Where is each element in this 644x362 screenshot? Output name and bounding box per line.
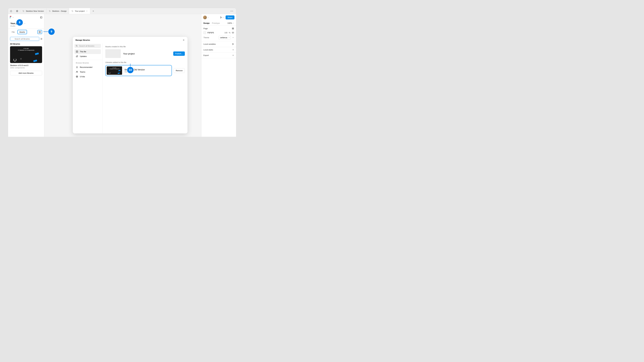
book-icon xyxy=(76,50,78,53)
page-section: Page F5F5F5 100 % Theme xyxy=(202,26,236,41)
publish-button[interactable]: Publish... xyxy=(173,51,185,56)
globe-icon xyxy=(76,75,78,78)
visibility-icon[interactable] xyxy=(232,31,234,34)
local-styles-section: Local styles xyxy=(202,47,236,53)
modal-sidebar: Search all libraries This file Updates B… xyxy=(73,43,103,133)
modal-content: Assets created in this file Your project… xyxy=(103,43,188,133)
svg-rect-10 xyxy=(233,28,234,28)
right-tabs: Design Prototype 100% xyxy=(202,21,236,26)
library-icon[interactable] xyxy=(38,30,42,34)
globe-icon[interactable] xyxy=(14,10,20,12)
svg-rect-11 xyxy=(232,29,233,29)
style-icon[interactable] xyxy=(232,27,234,30)
svg-point-19 xyxy=(77,71,78,72)
svg-point-8 xyxy=(41,39,41,39)
lightbulb-icon xyxy=(76,66,78,68)
search-wrap xyxy=(10,37,42,41)
asset-row: Your project Publish... xyxy=(105,49,185,58)
tab-bar-left xyxy=(8,8,20,14)
nav-teams[interactable]: Teams xyxy=(74,69,101,74)
tab-label: Skeleton - Design xyxy=(52,10,67,12)
assets-created-label: Assets created in this file xyxy=(105,45,185,48)
right-panel: Share Design Prototype 100% Page xyxy=(201,14,236,137)
app-window: Skeleton New Version Skeleton - Design Y… xyxy=(8,8,236,137)
library-row[interactable]: UI Kit with ✦ Skeleton v3 Components Ske… xyxy=(105,65,172,76)
plus-icon[interactable] xyxy=(232,54,234,56)
chevron-down-icon xyxy=(233,22,234,24)
chevron-down-icon xyxy=(222,17,224,18)
color-row[interactable]: F5F5F5 100 % xyxy=(204,31,234,34)
tab-file[interactable]: File xyxy=(10,30,16,34)
all-libraries-label: All libraries xyxy=(10,43,42,45)
tab-skeleton-new[interactable]: Skeleton New Version xyxy=(20,8,46,14)
right-panel-header: Share xyxy=(202,14,236,21)
add-tab-button[interactable] xyxy=(90,8,96,14)
export-label: Export xyxy=(204,54,209,56)
close-icon[interactable] xyxy=(86,10,88,12)
left-tabs: File Assets xyxy=(8,29,44,35)
refresh-icon xyxy=(76,55,78,57)
zoom-control[interactable]: 100% xyxy=(228,22,234,24)
nav-recommended[interactable]: Recommended xyxy=(74,65,101,69)
annotation-connector xyxy=(44,31,48,32)
avatar-menu[interactable] xyxy=(203,15,209,19)
remove-theme-icon[interactable] xyxy=(232,36,234,38)
modal-title: Manage libraries xyxy=(76,39,90,41)
more-icon[interactable] xyxy=(229,10,235,12)
project-row[interactable]: Your project xyxy=(8,21,44,25)
svg-point-7 xyxy=(42,39,42,39)
tab-skeleton-design[interactable]: Skeleton - Design xyxy=(46,8,69,14)
figma-menu[interactable] xyxy=(10,16,14,19)
plus-icon[interactable] xyxy=(232,49,234,51)
svg-rect-12 xyxy=(233,29,234,29)
tab-your-project[interactable]: Your project xyxy=(69,8,90,14)
library-components-count: 1542 components xyxy=(10,67,42,69)
svg-point-2 xyxy=(232,11,232,11)
filter-icon[interactable] xyxy=(40,38,42,40)
tab-design[interactable]: Design xyxy=(204,22,210,24)
libraries-added-label: Libraries added to this file xyxy=(105,61,185,63)
svg-point-13 xyxy=(232,32,233,33)
svg-rect-4 xyxy=(40,16,42,18)
annotation-badge-8: 8 xyxy=(16,19,23,26)
asset-thumbnail xyxy=(105,49,121,58)
home-icon[interactable] xyxy=(8,10,14,12)
color-hex: F5F5F5 xyxy=(208,32,223,34)
close-icon[interactable] xyxy=(182,39,185,41)
settings-icon[interactable] xyxy=(232,43,234,45)
search-input[interactable] xyxy=(10,37,39,41)
library-card-caption: UI Kit with ✦ Skeleton v3 Components xyxy=(10,48,42,51)
color-unit: % xyxy=(229,32,230,34)
tab-label: Your project xyxy=(75,10,84,12)
share-button[interactable]: Share xyxy=(226,15,234,19)
annotation-badge-9: 9 xyxy=(48,28,55,35)
annotation-badge-10: 10 xyxy=(127,67,134,73)
nav-updates[interactable]: Updates xyxy=(74,54,101,59)
play-button[interactable] xyxy=(219,15,224,19)
annotation-connector xyxy=(130,64,130,67)
add-more-libraries-button[interactable]: Add more libraries xyxy=(10,71,42,75)
library-card[interactable]: UI Kit with ✦ Skeleton v3 Components xyxy=(10,46,42,63)
local-variables-label: Local variables xyxy=(204,43,216,45)
main-area: Your project Drafts File Assets xyxy=(8,14,236,137)
tab-prototype[interactable]: Prototype xyxy=(212,22,220,24)
tab-label: Skeleton New Version xyxy=(26,10,44,12)
nav-ui-kits[interactable]: UI kits xyxy=(74,74,101,79)
page-label: Page xyxy=(204,27,208,29)
svg-point-15 xyxy=(233,44,234,44)
modal-body: Search all libraries This file Updates B… xyxy=(73,43,188,133)
library-name: Skeleton v3.0.0-next.6 xyxy=(10,64,42,66)
libraries-scroll: All libraries UI Kit with ✦ Skeleton v3 … xyxy=(8,35,44,77)
left-panel: Your project Drafts File Assets xyxy=(8,14,44,137)
panel-toggle-icon[interactable] xyxy=(40,16,42,18)
remove-button[interactable]: Remove xyxy=(174,68,185,73)
tab-assets[interactable]: Assets xyxy=(18,30,27,34)
local-variables-section: Local variables xyxy=(202,41,236,47)
nav-this-file[interactable]: This file xyxy=(74,49,101,54)
modal-search[interactable]: Search all libraries xyxy=(74,44,101,48)
chevron-down-icon xyxy=(208,17,209,18)
theme-select[interactable]: cerberus xyxy=(218,36,231,39)
avatar xyxy=(203,15,207,19)
svg-point-17 xyxy=(76,45,77,46)
svg-point-6 xyxy=(41,38,41,38)
